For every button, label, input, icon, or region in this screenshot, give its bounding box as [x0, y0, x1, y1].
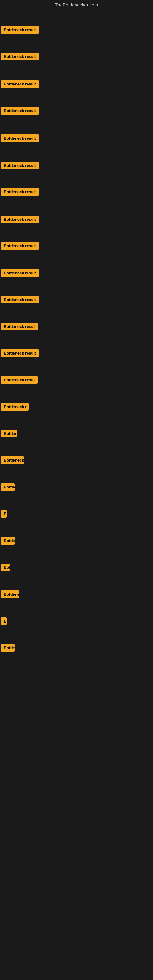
bottleneck-badge[interactable]: Bottleneck result [1, 162, 39, 169]
result-row: Bottleneck result [1, 26, 39, 35]
result-row: Bo [1, 510, 7, 519]
result-row: Bottleneck [1, 456, 24, 465]
bottleneck-badge[interactable]: Bottleneck result [1, 134, 39, 142]
result-row: Bottleneck result [1, 80, 39, 89]
bottleneck-badge[interactable]: Bottleneck result [1, 80, 39, 88]
site-title: TheBottlenecker.com [0, 0, 153, 9]
bottleneck-badge[interactable]: Bottleneck result [1, 26, 39, 34]
bottleneck-badge[interactable]: Bottleneck result [1, 188, 39, 196]
result-row: Bottleneck resul [1, 376, 38, 385]
bottleneck-badge[interactable]: Bottle [1, 644, 15, 652]
site-title-container: TheBottlenecker.com [0, 0, 153, 9]
bottleneck-badge[interactable]: Bottleneck [1, 456, 24, 464]
bottleneck-badge[interactable]: Bottleneck result [1, 242, 39, 250]
result-row: Bottleneck result [1, 107, 39, 116]
result-row: Bottlene [1, 590, 19, 599]
bottleneck-badge[interactable]: Bottleneck result [1, 350, 39, 357]
bottleneck-badge[interactable]: Bott [1, 563, 10, 571]
result-row: Bottleneck result [1, 296, 39, 305]
result-row: Bottle [1, 483, 15, 492]
bottleneck-badge[interactable]: Bottleneck resul [1, 376, 38, 384]
result-row: Bottle [1, 644, 15, 653]
bottleneck-badge[interactable]: Bottleneck result [1, 269, 39, 277]
result-row: Bottleneck result [1, 188, 39, 197]
result-row: Bottleneck result [1, 52, 39, 62]
bottleneck-badge[interactable]: Bottleneck result [1, 52, 39, 60]
bottleneck-badge[interactable]: Bottleneck result [1, 107, 39, 115]
result-row: Bottleneck result [1, 242, 39, 251]
results-container: Bottleneck resultBottleneck resultBottle… [0, 9, 153, 682]
bottleneck-badge[interactable]: Bottleneck resul [1, 323, 38, 331]
result-row: Bottleneck result [1, 269, 39, 278]
bottleneck-badge[interactable]: Bottleneck result [1, 216, 39, 223]
result-row: Bottleneck result [1, 350, 39, 358]
result-row: B [1, 617, 7, 626]
bottleneck-badge[interactable]: Bottleneck r [1, 403, 29, 411]
result-row: Bottleneck result [1, 216, 39, 224]
result-row: Bott [1, 563, 10, 573]
bottleneck-badge[interactable]: Bottlene [1, 590, 19, 598]
result-row: Bottlen [1, 430, 17, 439]
bottleneck-badge[interactable]: B [1, 617, 7, 625]
result-row: Bottleneck result [1, 162, 39, 170]
result-row: Bottleneck result [1, 134, 39, 143]
result-row: Bottleneck r [1, 403, 29, 412]
result-row: Bottle [1, 537, 15, 546]
bottleneck-badge[interactable]: Bottle [1, 537, 15, 544]
bottleneck-badge[interactable]: Bottlen [1, 430, 17, 438]
result-row: Bottleneck resul [1, 323, 38, 332]
bottleneck-badge[interactable]: Bo [1, 510, 7, 517]
bottleneck-badge[interactable]: Bottleneck result [1, 296, 39, 304]
bottleneck-badge[interactable]: Bottle [1, 483, 15, 491]
